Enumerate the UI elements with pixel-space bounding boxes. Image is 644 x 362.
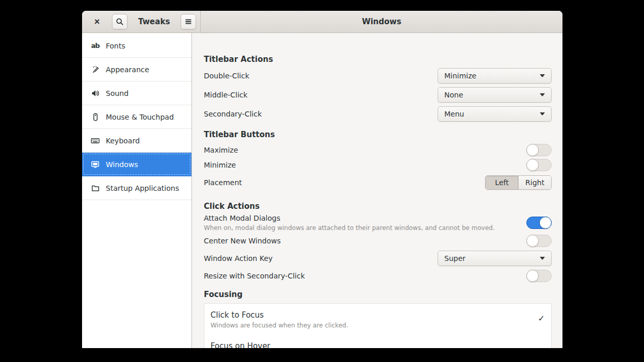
- sidebar-item-keyboard[interactable]: Keyboard: [82, 129, 191, 153]
- setting-label: Placement: [204, 178, 242, 187]
- setting-row-double-click: Double-Click Minimize: [204, 68, 552, 84]
- setting-row-window-action-key: Window Action Key Super: [204, 251, 552, 266]
- dropdown-value: Super: [444, 254, 465, 262]
- page-title: Windows: [362, 17, 401, 26]
- setting-label: Double-Click: [204, 72, 249, 80]
- focus-option-title: Click to Focus: [211, 310, 348, 320]
- secondary-click-dropdown[interactable]: Menu: [438, 106, 552, 122]
- tweaks-window: × Tweaks: [82, 11, 562, 348]
- sidebar-item-appearance[interactable]: Appearance: [82, 58, 191, 81]
- placement-left-button[interactable]: Left: [486, 176, 518, 189]
- toggle-knob: [526, 159, 539, 171]
- windows-icon: [90, 160, 100, 169]
- setting-row-minimize: Minimize: [204, 159, 552, 171]
- sidebar-item-label: Appearance: [106, 65, 149, 74]
- attach-modal-dialogs-toggle[interactable]: [526, 217, 552, 229]
- toggle-knob: [526, 235, 539, 247]
- focus-option-click-to-focus[interactable]: Click to Focus Windows are focused when …: [211, 310, 545, 329]
- mouse-icon: [90, 112, 100, 121]
- app-title: Tweaks: [127, 17, 181, 26]
- middle-click-dropdown[interactable]: None: [438, 87, 552, 103]
- dropdown-value: None: [444, 91, 463, 99]
- setting-row-maximize: Maximize: [204, 144, 552, 156]
- chevron-down-icon: [540, 74, 545, 77]
- hamburger-icon: [184, 18, 192, 26]
- center-new-windows-toggle[interactable]: [526, 235, 552, 247]
- headerbar-left: × Tweaks: [82, 11, 201, 32]
- appearance-icon: [90, 65, 100, 74]
- sidebar-item-label: Sound: [106, 89, 128, 97]
- setting-label: Secondary-Click: [204, 110, 262, 118]
- window-action-key-dropdown[interactable]: Super: [438, 251, 552, 266]
- setting-label: Middle-Click: [204, 91, 248, 99]
- sidebar-item-label: Keyboard: [106, 137, 140, 145]
- focus-option-subtitle: Windows are focused when they are clicke…: [211, 322, 348, 329]
- setting-text-group: Attach Modal Dialogs When on, modal dial…: [204, 214, 501, 232]
- setting-row-center-new-windows: Center New Windows: [204, 235, 552, 247]
- setting-row-secondary-click: Secondary-Click Menu: [204, 106, 552, 122]
- setting-label: Maximize: [204, 146, 238, 154]
- search-icon: [116, 18, 124, 26]
- window-body: ab Fonts Appearance: [82, 33, 562, 348]
- section-title-click-actions: Click Actions: [204, 202, 552, 211]
- chevron-down-icon: [540, 93, 545, 96]
- sidebar-item-mouse-touchpad[interactable]: Mouse & Touchpad: [82, 105, 191, 129]
- close-button[interactable]: ×: [90, 15, 104, 28]
- headerbar: × Tweaks: [82, 11, 562, 33]
- keyboard-icon: [90, 136, 100, 145]
- section-title-titlebar-actions: Titlebar Actions: [204, 55, 552, 64]
- setting-row-resize-secondary-click: Resize with Secondary-Click: [204, 270, 552, 282]
- sound-icon: [90, 89, 100, 97]
- setting-label: Attach Modal Dialogs: [204, 214, 495, 222]
- setting-description: When on, modal dialog windows are attach…: [204, 224, 495, 232]
- setting-label: Resize with Secondary-Click: [204, 272, 305, 280]
- headerbar-right: Windows: [201, 11, 562, 32]
- minimize-toggle[interactable]: [526, 159, 552, 171]
- windows-settings-panel: Titlebar Actions Double-Click Minimize M…: [192, 33, 562, 348]
- sidebar-item-label: Windows: [106, 160, 138, 169]
- sidebar-item-sound[interactable]: Sound: [82, 81, 191, 105]
- sidebar-item-fonts[interactable]: ab Fonts: [82, 34, 191, 58]
- checkmark-icon: ✓: [538, 314, 545, 329]
- menu-button[interactable]: [181, 14, 196, 29]
- toggle-knob: [526, 270, 539, 282]
- sidebar-item-label: Mouse & Touchpad: [106, 113, 174, 121]
- section-title-titlebar-buttons: Titlebar Buttons: [204, 130, 552, 139]
- dropdown-value: Menu: [444, 110, 464, 118]
- setting-row-placement: Placement Left Right: [204, 175, 552, 190]
- startup-icon: [90, 184, 100, 192]
- focus-option-text: Click to Focus Windows are focused when …: [211, 310, 348, 329]
- focus-option-title: Focus on Hover: [211, 341, 540, 348]
- focus-option-focus-on-hover[interactable]: Focus on Hover Window is focused when ho…: [211, 341, 545, 348]
- focus-mode-list: Click to Focus Windows are focused when …: [204, 303, 552, 348]
- placement-right-button[interactable]: Right: [518, 176, 551, 189]
- toggle-knob: [526, 144, 539, 156]
- double-click-dropdown[interactable]: Minimize: [438, 68, 552, 84]
- chevron-down-icon: [540, 257, 545, 260]
- section-title-focusing: Focusing: [204, 290, 552, 299]
- setting-label: Window Action Key: [204, 254, 272, 262]
- setting-row-middle-click: Middle-Click None: [204, 87, 552, 103]
- setting-label: Minimize: [204, 161, 236, 169]
- search-button[interactable]: [112, 14, 127, 29]
- sidebar-item-startup-applications[interactable]: Startup Applications: [82, 176, 191, 200]
- setting-row-attach-modal-dialogs: Attach Modal Dialogs When on, modal dial…: [204, 214, 552, 232]
- resize-secondary-click-toggle[interactable]: [526, 270, 552, 282]
- sidebar-item-label: Fonts: [106, 42, 125, 50]
- toggle-knob: [539, 217, 552, 229]
- sidebar: ab Fonts Appearance: [82, 33, 192, 348]
- dropdown-value: Minimize: [444, 72, 476, 80]
- sidebar-item-label: Startup Applications: [106, 184, 179, 192]
- focus-option-text: Focus on Hover Window is focused when ho…: [211, 341, 540, 348]
- chevron-down-icon: [540, 112, 545, 116]
- fonts-icon: ab: [90, 41, 100, 50]
- placement-segmented-control: Left Right: [485, 175, 552, 190]
- sidebar-item-windows[interactable]: Windows: [82, 153, 191, 176]
- setting-label: Center New Windows: [204, 237, 281, 245]
- maximize-toggle[interactable]: [526, 144, 552, 156]
